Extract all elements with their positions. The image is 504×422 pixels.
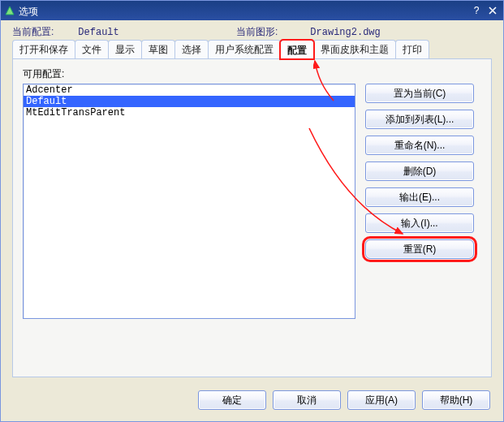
window-title: 选项 (19, 3, 469, 19)
current-drawing-value: Drawing2.dwg (310, 27, 380, 38)
tab-skin-theme[interactable]: 界面皮肤和主题 (313, 40, 396, 58)
add-to-list-button[interactable]: 添加到列表(L)... (365, 110, 474, 129)
cancel-button[interactable]: 取消 (273, 390, 341, 410)
tab-profiles[interactable]: 配置 (280, 40, 314, 59)
titlebar: 选项 ? (1, 1, 503, 20)
help-dialog-button[interactable]: 帮助(H) (422, 390, 490, 410)
profiles-list[interactable]: Adcenter Default MtEditTransParent (23, 84, 355, 319)
list-item[interactable]: Default (24, 96, 355, 107)
tab-open-save[interactable]: 打开和保存 (12, 40, 75, 58)
window-controls: ? (469, 3, 500, 18)
list-item[interactable]: MtEditTransParent (24, 107, 355, 118)
rename-button[interactable]: 重命名(N)... (365, 136, 474, 155)
tab-draft[interactable]: 草图 (141, 40, 175, 58)
export-button[interactable]: 输出(E)... (365, 187, 474, 207)
profile-actions: 置为当前(C) 添加到列表(L)... 重命名(N)... 删除(D) 输出(E… (365, 84, 474, 367)
reset-button[interactable]: 重置(R) (365, 239, 474, 259)
list-item[interactable]: Adcenter (24, 84, 355, 96)
tab-files[interactable]: 文件 (75, 40, 109, 58)
tab-print[interactable]: 打印 (395, 40, 429, 58)
close-button[interactable] (485, 3, 500, 18)
dialog-buttons: 确定 取消 应用(A) 帮助(H) (1, 384, 503, 421)
help-button[interactable]: ? (469, 3, 484, 18)
import-button[interactable]: 输入(I)... (365, 213, 474, 233)
tab-display[interactable]: 显示 (108, 40, 142, 58)
current-drawing-label: 当前图形: (236, 25, 278, 39)
ok-button[interactable]: 确定 (198, 390, 266, 410)
set-current-button[interactable]: 置为当前(C) (365, 84, 474, 103)
header-info: 当前配置: Default 当前图形: Drawing2.dwg (1, 20, 503, 41)
current-config-label: 当前配置: (12, 25, 54, 39)
tab-selection[interactable]: 选择 (174, 40, 209, 58)
apply-button[interactable]: 应用(A) (347, 390, 416, 410)
tabs: 打开和保存 文件 显示 草图 选择 用户系统配置 配置 界面皮肤和主题 打印 (1, 41, 503, 58)
profiles-panel: 可用配置: Adcenter Default MtEditTransParent… (12, 58, 492, 377)
app-icon (4, 5, 15, 16)
available-profiles-label: 可用配置: (23, 67, 481, 81)
tab-user-prefs[interactable]: 用户系统配置 (208, 40, 281, 58)
current-config-value: Default (78, 27, 118, 38)
delete-button[interactable]: 删除(D) (365, 161, 474, 181)
